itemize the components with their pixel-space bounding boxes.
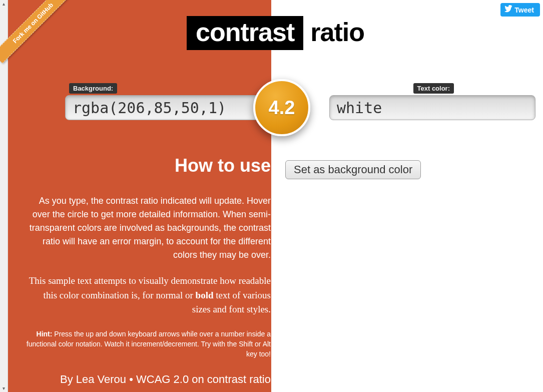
byline[interactable]: By Lea Verou • WCAG 2.0 on contrast rati…	[26, 371, 271, 387]
foreground-input[interactable]	[329, 95, 535, 120]
title-word-contrast: contrast	[187, 16, 303, 50]
scroll-down-arrow[interactable]: ▾	[3, 384, 5, 392]
how-to-use-section: How to use As you type, the contrast rat…	[26, 155, 271, 392]
page-title: contrastratio	[8, 16, 543, 50]
how-to-use-hint: Hint: Press the up and down keyboard arr…	[26, 329, 271, 359]
how-to-use-sample: This sample text attempts to visually de…	[26, 274, 271, 317]
how-to-use-heading: How to use	[26, 155, 271, 176]
title-word-ratio: ratio	[303, 18, 364, 47]
tweet-button[interactable]: Tweet	[500, 3, 540, 17]
hint-label: Hint:	[37, 330, 53, 338]
contrast-ratio-circle[interactable]: 4.2	[253, 79, 310, 136]
background-input[interactable]	[65, 95, 271, 120]
set-background-button[interactable]: Set as background color	[285, 160, 421, 179]
contrast-ratio-value: 4.2	[269, 97, 295, 119]
twitter-icon	[504, 5, 512, 15]
background-label: Background:	[69, 83, 117, 94]
scroll-up-arrow[interactable]: ▴	[3, 0, 5, 8]
tweet-label: Tweet	[514, 6, 534, 14]
hint-text: Press the up and down keyboard arrows wh…	[27, 330, 271, 358]
textcolor-label: Text color:	[413, 83, 454, 94]
sample-text-bold: bold	[196, 290, 214, 300]
how-to-use-p1: As you type, the contrast ratio indicate…	[26, 194, 271, 262]
